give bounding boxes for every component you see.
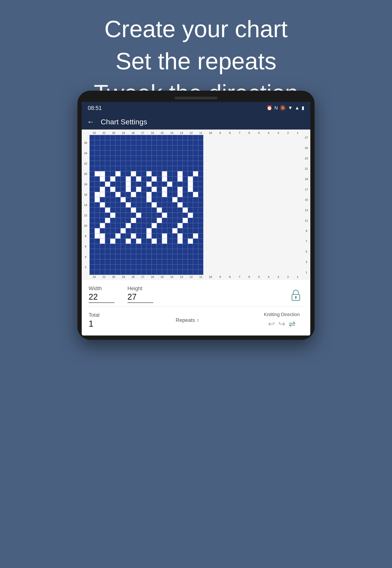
grid-cell[interactable]: [105, 140, 110, 145]
grid-cell[interactable]: [100, 249, 105, 254]
grid-cell[interactable]: [178, 254, 183, 259]
grid-cell[interactable]: [167, 259, 172, 265]
grid-cell[interactable]: [115, 161, 121, 166]
grid-cell[interactable]: [141, 259, 146, 265]
grid-cell[interactable]: [110, 213, 115, 218]
grid-cell[interactable]: [193, 150, 198, 156]
grid-cell[interactable]: [188, 171, 193, 176]
grid-cell[interactable]: [157, 140, 162, 145]
grid-cell[interactable]: [172, 228, 178, 233]
grid-cell[interactable]: [162, 197, 167, 202]
grid-cell[interactable]: [172, 244, 178, 249]
grid-cell[interactable]: [157, 233, 162, 239]
grid-cell[interactable]: [162, 239, 167, 244]
grid-cell[interactable]: [172, 239, 178, 244]
grid-cell[interactable]: [141, 208, 146, 213]
grid-cell[interactable]: [89, 265, 95, 270]
grid-cell[interactable]: [100, 161, 105, 166]
grid-cell[interactable]: [152, 171, 157, 176]
grid-cell[interactable]: [115, 208, 121, 213]
grid-cell[interactable]: [136, 244, 141, 249]
grid-cell[interactable]: [89, 249, 95, 254]
grid-cell[interactable]: [110, 171, 115, 176]
grid-cell[interactable]: [131, 249, 136, 254]
grid-cell[interactable]: [157, 270, 162, 275]
grid-cell[interactable]: [100, 181, 105, 187]
grid-cell[interactable]: [136, 176, 141, 181]
grid-cell[interactable]: [157, 265, 162, 270]
grid-cell[interactable]: [110, 265, 115, 270]
grid-cell[interactable]: [89, 150, 95, 156]
grid-cell[interactable]: [157, 171, 162, 176]
grid-cell[interactable]: [126, 171, 131, 176]
grid-cell[interactable]: [152, 265, 157, 270]
grid-cell[interactable]: [146, 254, 152, 259]
grid-cell[interactable]: [157, 135, 162, 140]
lock-button[interactable]: [288, 288, 303, 303]
grid-cell[interactable]: [183, 208, 188, 213]
grid-cell[interactable]: [172, 218, 178, 223]
grid-cell[interactable]: [157, 161, 162, 166]
grid-cell[interactable]: [115, 223, 121, 228]
grid-cell[interactable]: [162, 156, 167, 161]
grid-cell[interactable]: [183, 239, 188, 244]
grid-cell[interactable]: [89, 223, 95, 228]
grid-cell[interactable]: [152, 218, 157, 223]
grid-cell[interactable]: [157, 213, 162, 218]
grid-cell[interactable]: [178, 239, 183, 244]
grid-cell[interactable]: [136, 249, 141, 254]
grid-cell[interactable]: [146, 259, 152, 265]
grid-cell[interactable]: [141, 135, 146, 140]
grid-cell[interactable]: [198, 140, 203, 145]
grid-cell[interactable]: [105, 254, 110, 259]
grid-cell[interactable]: [178, 213, 183, 218]
grid-cell[interactable]: [178, 197, 183, 202]
grid-cell[interactable]: [152, 140, 157, 145]
grid-cell[interactable]: [152, 181, 157, 187]
grid-cell[interactable]: [198, 181, 203, 187]
grid-cell[interactable]: [188, 161, 193, 166]
grid-cell[interactable]: [172, 166, 178, 171]
grid-cell[interactable]: [167, 270, 172, 275]
grid-cell[interactable]: [131, 156, 136, 161]
grid-cell[interactable]: [115, 265, 121, 270]
grid-cell[interactable]: [100, 202, 105, 208]
grid-cell[interactable]: [178, 150, 183, 156]
grid-cell[interactable]: [121, 208, 126, 213]
grid-cell[interactable]: [136, 140, 141, 145]
grid-cell[interactable]: [167, 254, 172, 259]
grid-cell[interactable]: [131, 270, 136, 275]
grid-cell[interactable]: [115, 192, 121, 197]
grid-cell[interactable]: [157, 249, 162, 254]
grid-cell[interactable]: [105, 161, 110, 166]
grid-cell[interactable]: [131, 202, 136, 208]
grid-cell[interactable]: [146, 265, 152, 270]
grid-cell[interactable]: [126, 208, 131, 213]
grid-cell[interactable]: [157, 192, 162, 197]
grid-cell[interactable]: [100, 228, 105, 233]
grid-cell[interactable]: [105, 259, 110, 265]
grid-cell[interactable]: [152, 187, 157, 192]
grid-cell[interactable]: [126, 249, 131, 254]
grid-cell[interactable]: [95, 254, 100, 259]
grid-cell[interactable]: [89, 254, 95, 259]
grid-cell[interactable]: [110, 259, 115, 265]
grid-cell[interactable]: [126, 187, 131, 192]
grid-cell[interactable]: [100, 176, 105, 181]
grid-cell[interactable]: [167, 244, 172, 249]
grid-cell[interactable]: [183, 197, 188, 202]
grid-cell[interactable]: [183, 135, 188, 140]
grid-cell[interactable]: [152, 145, 157, 150]
grid-cell[interactable]: [136, 270, 141, 275]
grid-cell[interactable]: [198, 192, 203, 197]
grid-cell[interactable]: [141, 176, 146, 181]
grid-cell[interactable]: [95, 270, 100, 275]
grid-cell[interactable]: [141, 156, 146, 161]
grid-cell[interactable]: [100, 192, 105, 197]
grid-cell[interactable]: [146, 239, 152, 244]
grid-cell[interactable]: [110, 192, 115, 197]
grid-cell[interactable]: [198, 156, 203, 161]
grid-cell[interactable]: [110, 150, 115, 156]
grid-cell[interactable]: [188, 213, 193, 218]
grid-cell[interactable]: [183, 259, 188, 265]
